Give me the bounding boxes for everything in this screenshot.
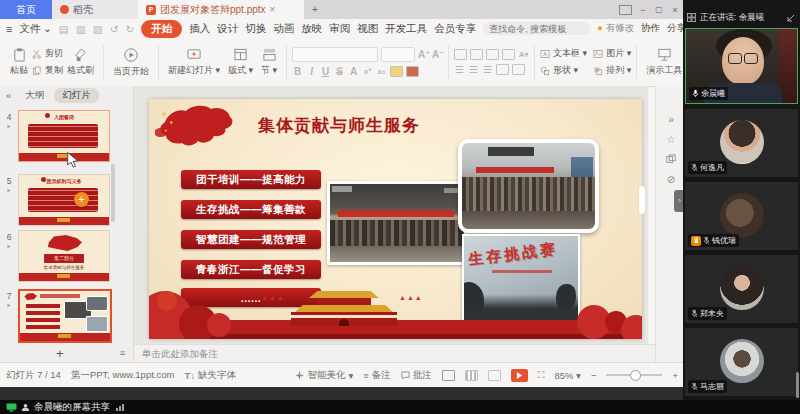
grid-view-icon[interactable] [687, 13, 696, 22]
smart-beautify-button[interactable]: 智能美化 ▾ [295, 369, 353, 382]
participant-tile[interactable]: 马志丽 [685, 328, 798, 396]
paste-button[interactable]: 粘贴 [6, 47, 32, 77]
menu-tab-start[interactable]: 开始 [141, 20, 182, 38]
minimize-button[interactable]: − [638, 4, 648, 16]
tab-document[interactable]: P 团发展对象答辩ppt.pptx × [138, 0, 304, 19]
new-tab-button[interactable]: + [304, 0, 326, 19]
bullet-list-button[interactable] [454, 49, 467, 60]
share-button[interactable]: 分享 [667, 22, 684, 35]
editor-scrollbar[interactable] [639, 186, 645, 214]
read-mode-icon[interactable] [619, 5, 632, 15]
slide-thumbnail-5[interactable]: 团员权利与义务 [18, 174, 110, 226]
tab-outline[interactable]: 大纲 [25, 89, 44, 102]
participant-tile[interactable]: 郑未央 [685, 255, 798, 323]
slide-bullet-3[interactable]: 青春浙江——督促学习 [181, 260, 321, 279]
view-normal-button[interactable] [442, 370, 455, 381]
textbox-button[interactable]: A 文本框 ▾ [540, 47, 587, 60]
layout-button[interactable]: 版式 ▾ [224, 47, 257, 77]
arrange-button[interactable]: 排列 ▾ [593, 64, 631, 77]
shape-button[interactable]: 形状 ▾ [540, 64, 587, 77]
underline-button[interactable]: U [320, 66, 331, 77]
line-spacing-button[interactable] [496, 64, 509, 75]
collaborate-button[interactable]: 协作 [641, 22, 660, 35]
slide-title[interactable]: 集体贡献与师生服务 [229, 114, 449, 137]
number-list-button[interactable] [470, 49, 483, 60]
slide-canvas[interactable]: ★ ★ ★ 集体贡献与师生服务 团干培训——提高能力 生存挑战——筹集善款 智慧… [149, 99, 642, 339]
align-left-button[interactable]: ☰ [454, 64, 465, 75]
tab-slides[interactable]: 幻灯片 [54, 88, 99, 103]
align-right-button[interactable]: ☰ [482, 64, 493, 75]
slide-thumbnail-7-current[interactable] [18, 289, 112, 343]
save-icon[interactable]: ▤ [59, 23, 69, 35]
thumb-menu-icon[interactable]: ≡ [120, 348, 125, 358]
shadow-button[interactable]: A [348, 66, 359, 77]
font-size-select[interactable] [381, 47, 415, 62]
menu-tab-design[interactable]: 设计 [217, 22, 238, 36]
notes-toggle-button[interactable]: ≡备注 [363, 369, 391, 382]
hamburger-icon[interactable]: ≡ [6, 23, 12, 35]
cut-button[interactable]: 剪切 [32, 47, 63, 60]
photo-classroom-top[interactable] [458, 139, 599, 233]
slideshow-play-button[interactable] [511, 369, 528, 382]
preview-icon[interactable]: ▧ [93, 23, 103, 35]
menu-tab-slideshow[interactable]: 放映 [301, 22, 322, 36]
menu-tab-insert[interactable]: 插入 [189, 22, 210, 36]
tab-home[interactable]: 首页 [0, 0, 52, 19]
participant-tile[interactable]: 何逸凡 [685, 109, 798, 177]
indent-increase-button[interactable] [502, 49, 515, 60]
slide-thumbnail-4[interactable]: 入团誓词 [18, 110, 110, 162]
section-button[interactable]: 节 ▾ [257, 47, 281, 77]
copy-button[interactable]: 复制 [32, 64, 63, 77]
slide-bullet-4[interactable]: ...... [181, 288, 321, 307]
thumbnail-scrollbar[interactable] [111, 164, 115, 222]
italic-button[interactable]: I [306, 66, 317, 77]
zoom-level[interactable]: 85% ▾ [554, 370, 580, 381]
collapse-panel-icon[interactable]: « [6, 90, 11, 101]
zoom-in-button[interactable]: + [672, 370, 678, 381]
slide-bullet-1[interactable]: 生存挑战——筹集善款 [181, 200, 321, 219]
meeting-scrollbar[interactable] [796, 372, 799, 398]
shrink-font-button[interactable]: A⁻ [432, 49, 443, 60]
bold-button[interactable]: B [292, 66, 303, 77]
file-menu[interactable]: 文件 ⌄ [19, 22, 52, 36]
new-slide-plus-button[interactable]: + [0, 346, 120, 361]
maximize-button[interactable]: ▢ [654, 4, 664, 16]
align-center-button[interactable]: ☰ [468, 64, 479, 75]
menu-tab-review[interactable]: 审阅 [329, 22, 350, 36]
new-slide-button[interactable]: 新建幻灯片 ▾ [164, 47, 224, 77]
missing-font-warning[interactable]: T↓缺失字体 [184, 369, 236, 382]
font-color-button[interactable] [406, 66, 419, 77]
superscript-button[interactable]: x² [362, 67, 373, 76]
picture-button[interactable]: 图片 ▾ [593, 47, 631, 60]
play-from-current-button[interactable]: 当页开始 [109, 47, 153, 78]
rail-expand-icon[interactable]: » [665, 114, 677, 126]
undo-icon[interactable]: ↺ [110, 23, 119, 35]
font-family-select[interactable] [292, 47, 378, 62]
zoom-slider[interactable] [606, 374, 662, 376]
popout-icon[interactable] [786, 13, 796, 23]
command-search-input[interactable] [483, 22, 590, 35]
menu-tab-animation[interactable]: 动画 [273, 22, 294, 36]
tab-docer[interactable]: 稻壳 [52, 0, 138, 19]
rail-help-icon[interactable]: ⊘ [665, 174, 677, 186]
photo-classroom-main[interactable] [327, 181, 467, 265]
menu-tab-member[interactable]: 会员专享 [434, 22, 476, 36]
video-tile-speaker[interactable]: 余晨曦 [685, 28, 798, 104]
text-direction-button[interactable]: A▾ [518, 50, 529, 59]
rail-layers-icon[interactable] [665, 154, 677, 166]
close-button[interactable]: × [670, 4, 680, 16]
zoom-slider-thumb[interactable] [630, 370, 641, 381]
zoom-out-button[interactable]: − [591, 370, 597, 381]
insert-slide-plus-badge[interactable]: + [74, 192, 89, 207]
strikethrough-button[interactable]: S [334, 66, 345, 77]
view-reading-button[interactable] [488, 370, 501, 381]
menu-tab-developer[interactable]: 开发工具 [385, 22, 427, 36]
highlight-color-button[interactable] [390, 66, 403, 77]
fit-window-button[interactable]: ⛶ [538, 369, 545, 381]
format-painter-button[interactable]: 格式刷 [63, 47, 98, 77]
menu-tab-transition[interactable]: 切换 [245, 22, 266, 36]
indent-decrease-button[interactable] [486, 49, 499, 60]
notes-bar[interactable]: 单击此处添加备注 [134, 344, 656, 363]
subscript-button[interactable]: x₂ [376, 67, 387, 76]
participant-tile[interactable]: 钱优瑞 [685, 182, 798, 250]
